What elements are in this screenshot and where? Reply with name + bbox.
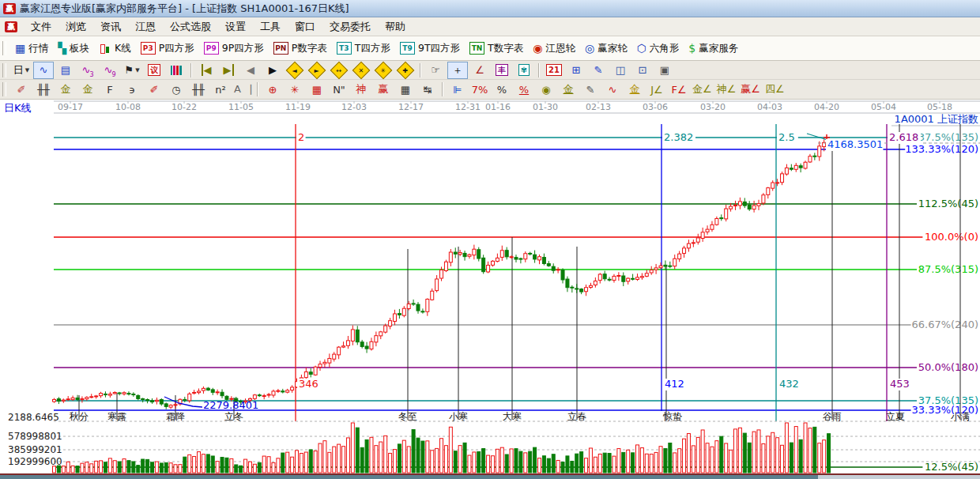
- first-bar-button[interactable]: ◀: [196, 62, 217, 79]
- 9t-square-button[interactable]: T99T四方形: [395, 40, 465, 57]
- spiral-tool-button[interactable]: ϶: [122, 81, 142, 98]
- workstation-button[interactable]: ▣: [654, 62, 675, 79]
- swing-9-button[interactable]: ∿9: [100, 62, 120, 79]
- net-save-button[interactable]: ⊡: [632, 62, 653, 79]
- k-quote-mark-button[interactable]: N": [329, 81, 349, 98]
- 9p-square-button[interactable]: P99P四方形: [199, 40, 269, 57]
- menu-tools[interactable]: 工具: [253, 18, 288, 36]
- kline-chart-area[interactable]: 09-1710-0810-2211-0511-1912-0312-1712-31…: [0, 100, 980, 479]
- t-square-button[interactable]: T3T四方形: [332, 40, 395, 57]
- candle: [458, 253, 462, 255]
- angle-f-button[interactable]: F∠: [669, 81, 689, 98]
- fence-plain-button[interactable]: ╫╫: [188, 81, 209, 98]
- h-scrollbar-thumb[interactable]: [0, 475, 818, 479]
- winner-service-button[interactable]: $赢家服务: [684, 40, 743, 57]
- save-button[interactable]: ◫: [610, 62, 631, 79]
- menu-help[interactable]: 帮助: [378, 18, 413, 36]
- candle: [636, 277, 639, 280]
- shift-left-button[interactable]: ◄: [285, 62, 305, 79]
- p-square-button[interactable]: P3P四方形: [136, 40, 199, 57]
- flag-marker-button[interactable]: ⚑▼: [122, 62, 142, 79]
- winner-wheel-button[interactable]: ◎赢家轮: [580, 40, 632, 57]
- book-pen-button[interactable]: ✎: [580, 81, 601, 98]
- detail-list-button[interactable]: ▤: [55, 62, 76, 79]
- angle-shen-button[interactable]: 神∠: [715, 81, 738, 98]
- solar-term-label: 小满: [951, 411, 970, 422]
- menu-browse[interactable]: 浏览: [58, 18, 93, 36]
- expand-all-button[interactable]: ✳: [373, 62, 394, 79]
- kline-button[interactable]: K线: [94, 40, 136, 57]
- gann-form-purple-icon: 丰: [496, 64, 508, 76]
- crosshair-button[interactable]: ＋: [447, 62, 468, 79]
- p-number-table-icon: PN: [273, 42, 288, 55]
- percent-7-button[interactable]: 7%: [469, 81, 490, 98]
- fit-screen-button[interactable]: ✚: [395, 62, 416, 79]
- hexagon-button[interactable]: ⬡六角形: [632, 40, 684, 57]
- last-bar-button[interactable]: ▶: [218, 62, 239, 79]
- red-knife-button[interactable]: ✐: [144, 81, 164, 98]
- f-fence-button[interactable]: F: [100, 81, 120, 98]
- angle-measure-button[interactable]: ∠: [469, 62, 490, 79]
- line-chart-button[interactable]: ∿: [33, 62, 54, 79]
- sectors-button[interactable]: ▚板块: [53, 40, 94, 57]
- percent-line-button[interactable]: %: [514, 81, 534, 98]
- gann-fence-button[interactable]: ╫╫: [33, 81, 54, 98]
- win-fence-button[interactable]: 赢: [373, 81, 394, 98]
- pan-hand-button[interactable]: ☞: [425, 62, 446, 79]
- quotes-button[interactable]: ▦行情: [10, 40, 53, 57]
- gold-circle-button[interactable]: ◉: [536, 81, 556, 98]
- p-number-table-button[interactable]: PNP数字表: [269, 40, 332, 57]
- gann-web-box-button[interactable]: ▦: [307, 81, 327, 98]
- zoom-horizontal-button[interactable]: ↔: [329, 62, 349, 79]
- n-square-button[interactable]: n²: [210, 81, 231, 98]
- calendar-button[interactable]: 21: [544, 62, 564, 79]
- shift-right-button[interactable]: ►: [307, 62, 327, 79]
- volume-scale-label: 578998801: [8, 431, 62, 442]
- volume-bar: [673, 453, 677, 473]
- prev-bar-button[interactable]: ◀: [240, 62, 261, 79]
- gann-form-purple-button[interactable]: 丰: [492, 62, 512, 79]
- menu-settings[interactable]: 设置: [218, 18, 253, 36]
- volume-bar: [720, 436, 723, 473]
- shen-fence-button[interactable]: 神: [351, 81, 371, 98]
- menu-trade[interactable]: 交易委托: [322, 18, 378, 36]
- gold-line-button[interactable]: 金: [624, 81, 645, 98]
- gann-form-teal-button[interactable]: ✾: [514, 62, 534, 79]
- compress-view-button[interactable]: ✕: [351, 62, 371, 79]
- menu-gann[interactable]: 江恩: [128, 18, 163, 36]
- t-number-table-button[interactable]: TNT数字表: [465, 40, 528, 57]
- volume-bar: [622, 452, 625, 473]
- gold-fence-a-button[interactable]: 金: [55, 81, 76, 98]
- candle: [389, 321, 392, 326]
- angle-gold-button[interactable]: 金∠: [691, 81, 714, 98]
- wave-tool-button[interactable]: ∿: [602, 81, 623, 98]
- paint-knife-button[interactable]: ✐: [11, 81, 32, 98]
- gann-text-button[interactable]: 议: [144, 62, 164, 79]
- kline-icon: [99, 43, 111, 55]
- angle-four-button[interactable]: 四∠: [763, 81, 786, 98]
- spiral-tool-icon: ϶: [129, 84, 135, 96]
- angle-win-button[interactable]: 赢∠: [739, 81, 762, 98]
- menu-file[interactable]: 文件: [24, 18, 58, 36]
- a-channel-button[interactable]: A⎹: [232, 81, 253, 98]
- gold-fence-b-button[interactable]: 金: [77, 81, 98, 98]
- next-bar-button[interactable]: ▶: [262, 62, 283, 79]
- price-ruler-button[interactable]: ⊫: [447, 81, 468, 98]
- ruler-123-button[interactable]: ▦: [395, 81, 416, 98]
- menu-formula-stock-pick[interactable]: 公式选股: [163, 18, 218, 36]
- circle-cross-button[interactable]: ⊕: [262, 81, 283, 98]
- span-arrows-button[interactable]: ↹: [417, 81, 438, 98]
- percent-button[interactable]: %: [492, 81, 512, 98]
- time-clock-button[interactable]: ◷: [166, 81, 187, 98]
- gann-wheel-button[interactable]: ◉江恩轮: [528, 40, 580, 57]
- gold-level-button[interactable]: 金: [558, 81, 579, 98]
- menu-window[interactable]: 窗口: [288, 18, 322, 36]
- gann-web-button[interactable]: ✳: [285, 81, 305, 98]
- angle-j-button[interactable]: J∠: [646, 81, 667, 98]
- swing-3-button[interactable]: ∿3: [77, 62, 98, 79]
- volume-profile-button[interactable]: [166, 62, 187, 79]
- memo-button[interactable]: ✎: [588, 62, 609, 79]
- kline-period-select-button[interactable]: 日▼: [11, 62, 32, 79]
- menu-news[interactable]: 资讯: [93, 18, 128, 36]
- calculator-button[interactable]: ⊞: [566, 62, 586, 79]
